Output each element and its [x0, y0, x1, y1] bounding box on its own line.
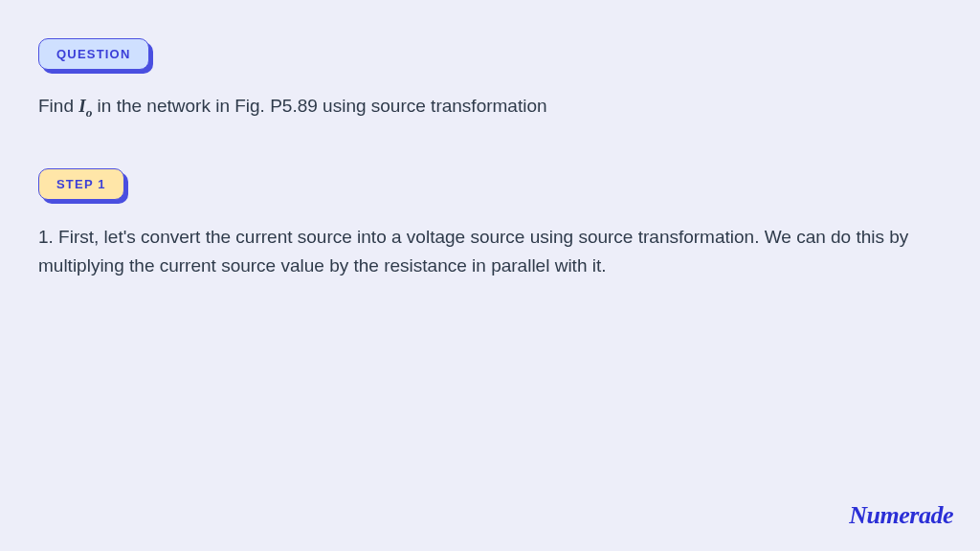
step1-text: 1. First, let's convert the current sour…: [38, 223, 938, 281]
step1-badge-label: STEP 1: [38, 168, 124, 200]
brand-logo: Numerade: [849, 501, 953, 530]
question-badge-label: QUESTION: [38, 38, 149, 70]
question-suffix: in the network in Fig. P5.89 using sourc…: [92, 96, 546, 116]
question-variable: I: [78, 96, 85, 116]
question-text: Find Io in the network in Fig. P5.89 usi…: [38, 93, 942, 122]
question-prefix: Find: [38, 96, 78, 116]
step1-badge: STEP 1: [38, 168, 124, 200]
question-badge: QUESTION: [38, 38, 149, 70]
